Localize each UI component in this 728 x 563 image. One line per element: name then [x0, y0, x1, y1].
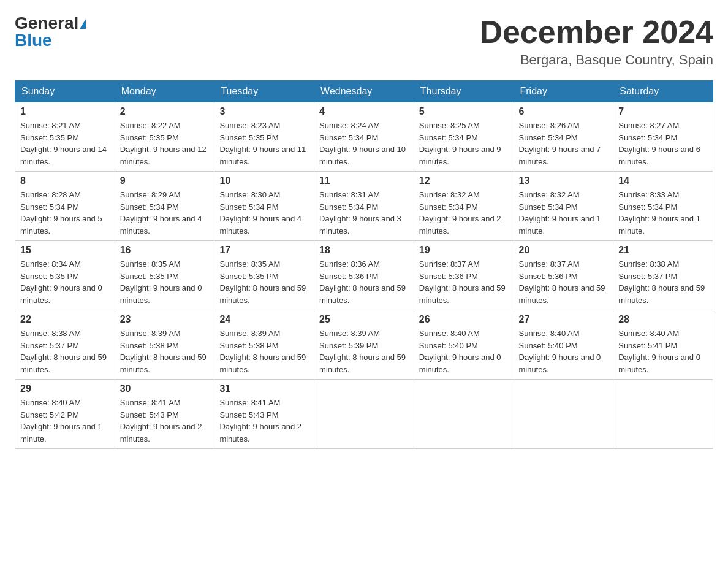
calendar-cell: 19 Sunrise: 8:37 AMSunset: 5:36 PMDaylig… — [414, 241, 514, 310]
day-number: 20 — [519, 245, 609, 256]
logo-triangle-icon — [80, 19, 86, 29]
day-info: Sunrise: 8:29 AMSunset: 5:34 PMDaylight:… — [120, 189, 210, 237]
logo-general: General — [15, 13, 78, 33]
calendar-cell: 23 Sunrise: 8:39 AMSunset: 5:38 PMDaylig… — [115, 310, 214, 380]
calendar-week-row: 1 Sunrise: 8:21 AMSunset: 5:35 PMDayligh… — [15, 102, 713, 172]
day-number: 16 — [120, 245, 210, 256]
day-info: Sunrise: 8:40 AMSunset: 5:40 PMDaylight:… — [419, 327, 509, 375]
calendar-cell: 18 Sunrise: 8:36 AMSunset: 5:36 PMDaylig… — [314, 241, 414, 310]
calendar-cell: 26 Sunrise: 8:40 AMSunset: 5:40 PMDaylig… — [414, 310, 514, 380]
weekday-header-wednesday: Wednesday — [314, 81, 414, 102]
title-section: December 2024 Bergara, Basque Country, S… — [479, 15, 713, 68]
day-number: 4 — [319, 106, 409, 117]
calendar-cell — [314, 380, 414, 449]
calendar-cell: 30 Sunrise: 8:41 AMSunset: 5:43 PMDaylig… — [115, 380, 214, 449]
day-number: 3 — [219, 106, 309, 117]
day-info: Sunrise: 8:25 AMSunset: 5:34 PMDaylight:… — [419, 120, 509, 167]
day-info: Sunrise: 8:38 AMSunset: 5:37 PMDaylight:… — [20, 327, 110, 375]
calendar-cell: 20 Sunrise: 8:37 AMSunset: 5:36 PMDaylig… — [514, 241, 613, 310]
day-number: 8 — [20, 175, 110, 186]
calendar-cell: 28 Sunrise: 8:40 AMSunset: 5:41 PMDaylig… — [613, 310, 713, 380]
day-info: Sunrise: 8:32 AMSunset: 5:34 PMDaylight:… — [419, 189, 509, 237]
day-number: 14 — [618, 175, 708, 186]
day-number: 26 — [419, 314, 509, 325]
day-number: 21 — [618, 245, 708, 256]
day-info: Sunrise: 8:32 AMSunset: 5:34 PMDaylight:… — [519, 189, 609, 237]
day-info: Sunrise: 8:38 AMSunset: 5:37 PMDaylight:… — [618, 258, 708, 306]
day-number: 22 — [20, 314, 110, 325]
day-info: Sunrise: 8:40 AMSunset: 5:42 PMDaylight:… — [20, 397, 110, 445]
calendar-week-row: 8 Sunrise: 8:28 AMSunset: 5:34 PMDayligh… — [15, 172, 713, 241]
calendar-cell — [414, 380, 514, 449]
calendar-cell: 13 Sunrise: 8:32 AMSunset: 5:34 PMDaylig… — [514, 172, 613, 241]
calendar-cell: 29 Sunrise: 8:40 AMSunset: 5:42 PMDaylig… — [15, 380, 115, 449]
day-number: 5 — [419, 106, 509, 117]
calendar-cell: 15 Sunrise: 8:34 AMSunset: 5:35 PMDaylig… — [15, 241, 115, 310]
day-info: Sunrise: 8:26 AMSunset: 5:34 PMDaylight:… — [519, 120, 609, 167]
day-number: 29 — [20, 383, 110, 394]
day-info: Sunrise: 8:39 AMSunset: 5:38 PMDaylight:… — [120, 327, 210, 375]
location-title: Bergara, Basque Country, Spain — [479, 52, 713, 68]
weekday-header-row: SundayMondayTuesdayWednesdayThursdayFrid… — [15, 81, 713, 102]
calendar-cell: 7 Sunrise: 8:27 AMSunset: 5:34 PMDayligh… — [613, 102, 713, 172]
day-number: 23 — [120, 314, 210, 325]
calendar-cell: 3 Sunrise: 8:23 AMSunset: 5:35 PMDayligh… — [214, 102, 314, 172]
day-info: Sunrise: 8:40 AMSunset: 5:41 PMDaylight:… — [618, 327, 708, 375]
day-info: Sunrise: 8:36 AMSunset: 5:36 PMDaylight:… — [319, 258, 409, 306]
day-info: Sunrise: 8:27 AMSunset: 5:34 PMDaylight:… — [618, 120, 708, 167]
weekday-header-tuesday: Tuesday — [214, 81, 314, 102]
calendar-cell: 16 Sunrise: 8:35 AMSunset: 5:35 PMDaylig… — [115, 241, 214, 310]
calendar-cell: 8 Sunrise: 8:28 AMSunset: 5:34 PMDayligh… — [15, 172, 115, 241]
day-number: 6 — [519, 106, 609, 117]
day-number: 7 — [618, 106, 708, 117]
day-info: Sunrise: 8:30 AMSunset: 5:34 PMDaylight:… — [219, 189, 309, 237]
day-number: 25 — [319, 314, 409, 325]
day-number: 2 — [120, 106, 210, 117]
day-info: Sunrise: 8:35 AMSunset: 5:35 PMDaylight:… — [120, 258, 210, 306]
day-info: Sunrise: 8:28 AMSunset: 5:34 PMDaylight:… — [20, 189, 110, 237]
weekday-header-thursday: Thursday — [414, 81, 514, 102]
day-number: 19 — [419, 245, 509, 256]
day-info: Sunrise: 8:37 AMSunset: 5:36 PMDaylight:… — [419, 258, 509, 306]
weekday-header-monday: Monday — [115, 81, 214, 102]
weekday-header-saturday: Saturday — [613, 81, 713, 102]
day-info: Sunrise: 8:41 AMSunset: 5:43 PMDaylight:… — [219, 397, 309, 445]
day-number: 31 — [219, 383, 309, 394]
calendar-week-row: 15 Sunrise: 8:34 AMSunset: 5:35 PMDaylig… — [15, 241, 713, 310]
calendar-table: SundayMondayTuesdayWednesdayThursdayFrid… — [15, 80, 713, 449]
calendar-cell: 27 Sunrise: 8:40 AMSunset: 5:40 PMDaylig… — [514, 310, 613, 380]
day-number: 28 — [618, 314, 708, 325]
day-info: Sunrise: 8:39 AMSunset: 5:38 PMDaylight:… — [219, 327, 309, 375]
day-info: Sunrise: 8:34 AMSunset: 5:35 PMDaylight:… — [20, 258, 110, 306]
month-title: December 2024 — [479, 15, 713, 50]
day-info: Sunrise: 8:33 AMSunset: 5:34 PMDaylight:… — [618, 189, 708, 237]
day-info: Sunrise: 8:37 AMSunset: 5:36 PMDaylight:… — [519, 258, 609, 306]
day-number: 12 — [419, 175, 509, 186]
calendar-cell: 1 Sunrise: 8:21 AMSunset: 5:35 PMDayligh… — [15, 102, 115, 172]
calendar-week-row: 22 Sunrise: 8:38 AMSunset: 5:37 PMDaylig… — [15, 310, 713, 380]
day-number: 30 — [120, 383, 210, 394]
calendar-cell: 11 Sunrise: 8:31 AMSunset: 5:34 PMDaylig… — [314, 172, 414, 241]
calendar-cell: 17 Sunrise: 8:35 AMSunset: 5:35 PMDaylig… — [214, 241, 314, 310]
calendar-cell: 6 Sunrise: 8:26 AMSunset: 5:34 PMDayligh… — [514, 102, 613, 172]
calendar-cell — [514, 380, 613, 449]
day-number: 27 — [519, 314, 609, 325]
calendar-cell: 4 Sunrise: 8:24 AMSunset: 5:34 PMDayligh… — [314, 102, 414, 172]
calendar-week-row: 29 Sunrise: 8:40 AMSunset: 5:42 PMDaylig… — [15, 380, 713, 449]
weekday-header-friday: Friday — [514, 81, 613, 102]
calendar-cell: 2 Sunrise: 8:22 AMSunset: 5:35 PMDayligh… — [115, 102, 214, 172]
calendar-cell: 31 Sunrise: 8:41 AMSunset: 5:43 PMDaylig… — [214, 380, 314, 449]
calendar-cell: 25 Sunrise: 8:39 AMSunset: 5:39 PMDaylig… — [314, 310, 414, 380]
calendar-cell: 10 Sunrise: 8:30 AMSunset: 5:34 PMDaylig… — [214, 172, 314, 241]
day-info: Sunrise: 8:41 AMSunset: 5:43 PMDaylight:… — [120, 397, 210, 445]
calendar-cell — [613, 380, 713, 449]
day-info: Sunrise: 8:35 AMSunset: 5:35 PMDaylight:… — [219, 258, 309, 306]
calendar-cell: 12 Sunrise: 8:32 AMSunset: 5:34 PMDaylig… — [414, 172, 514, 241]
day-number: 18 — [319, 245, 409, 256]
logo: General Blue — [15, 15, 86, 49]
day-info: Sunrise: 8:24 AMSunset: 5:34 PMDaylight:… — [319, 120, 409, 167]
logo-text: General — [15, 15, 86, 32]
day-number: 17 — [219, 245, 309, 256]
calendar-cell: 5 Sunrise: 8:25 AMSunset: 5:34 PMDayligh… — [414, 102, 514, 172]
day-info: Sunrise: 8:23 AMSunset: 5:35 PMDaylight:… — [219, 120, 309, 167]
